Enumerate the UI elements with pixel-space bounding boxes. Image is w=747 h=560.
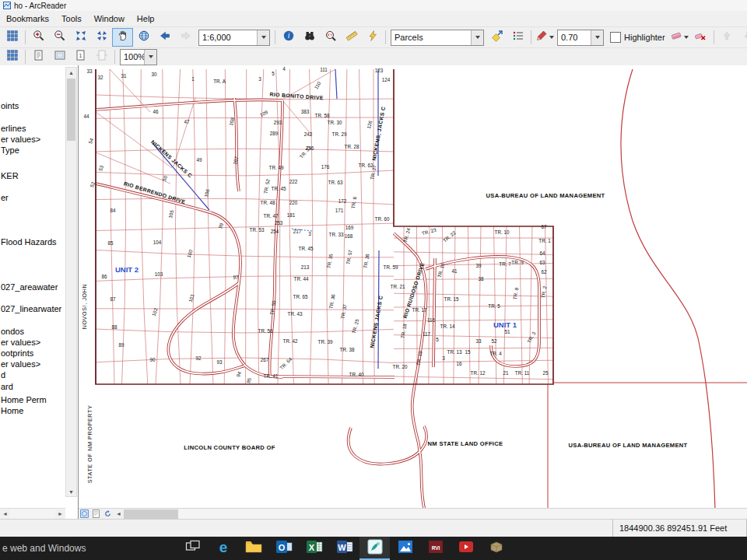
toc-item[interactable]: KER: [1, 171, 19, 180]
map-label: NICKENS JACKS C: [150, 139, 193, 179]
toc-item[interactable]: oints: [1, 101, 19, 110]
toolbar-separator: [385, 30, 386, 44]
markup-layer-combo-dropdown-icon[interactable]: [471, 30, 483, 45]
word-taskbar-button[interactable]: W: [329, 537, 359, 560]
data-view-button[interactable]: [79, 509, 90, 519]
scale-combo[interactable]: 1:6,000: [198, 30, 270, 46]
toc-horizontal-scrollbar[interactable]: ◄ ►: [0, 508, 65, 519]
menu-bookmarks[interactable]: Bookmarks: [0, 12, 55, 25]
full-extent-button[interactable]: [133, 28, 154, 47]
arcreader-taskbar-button[interactable]: [359, 537, 390, 560]
scroll-right-icon[interactable]: ►: [55, 509, 65, 519]
menu-help[interactable]: Help: [131, 12, 161, 25]
scroll-up-icon[interactable]: ▲: [67, 68, 75, 77]
pen-dropdown-icon[interactable]: [549, 36, 554, 39]
find-button[interactable]: [299, 28, 320, 47]
toc-item[interactable]: ootprints: [1, 348, 33, 358]
map-scroll-left-icon[interactable]: ◄: [114, 509, 124, 519]
clear-markup-button[interactable]: [690, 28, 711, 47]
toc-item[interactable]: Home Perm: [1, 395, 47, 404]
map-label: 168: [345, 233, 353, 239]
pen-button[interactable]: [534, 28, 555, 47]
map-label: 33: [475, 338, 482, 344]
road-lines: [96, 98, 539, 511]
fixed-zoom-in-button[interactable]: [70, 28, 91, 47]
layout-view-button[interactable]: [90, 509, 102, 519]
toc-item[interactable]: erlines: [1, 124, 26, 133]
layers-grid-button[interactable]: [2, 28, 23, 47]
page-layout-button[interactable]: [49, 49, 70, 65]
eraser-dropdown-icon[interactable]: [684, 36, 689, 39]
back-extent-button[interactable]: [154, 28, 175, 47]
toc-item[interactable]: Type: [1, 145, 19, 155]
highlighter-checkbox[interactable]: Highlighter: [610, 32, 665, 43]
toc-item[interactable]: er: [1, 193, 9, 202]
package-taskbar-button[interactable]: [481, 537, 511, 560]
photos-taskbar-button[interactable]: [390, 537, 420, 560]
page-text-button[interactable]: [28, 49, 49, 65]
zoom-in-button[interactable]: [28, 28, 49, 47]
scroll-down-icon[interactable]: ▼: [67, 487, 75, 496]
toc-item[interactable]: Home: [1, 406, 23, 415]
toc-item[interactable]: 027_areawater: [1, 282, 58, 292]
video-taskbar-button[interactable]: [451, 537, 481, 560]
pan-button[interactable]: [112, 28, 133, 47]
toc-item[interactable]: ondos: [1, 327, 24, 336]
statusbar: 1844900.36 892451.91 Feet: [0, 519, 747, 537]
zoom-to-layer-button[interactable]: [486, 28, 507, 47]
map-label: TR. A: [213, 79, 226, 84]
zoom-out-button[interactable]: [49, 28, 70, 47]
map-label: 101: [188, 293, 195, 303]
page-toolbar: 1100%: [0, 47, 747, 65]
scroll-left-icon[interactable]: ◄: [0, 509, 10, 519]
taskbar-search-input[interactable]: e web and Windows: [0, 543, 177, 554]
layers-grid-button[interactable]: [2, 49, 23, 65]
edge-taskbar-button[interactable]: e: [208, 537, 238, 560]
toc-item[interactable]: er values>: [1, 135, 40, 144]
file-explorer-icon: [244, 537, 263, 559]
markup-layer-combo[interactable]: Parcels: [391, 30, 484, 46]
menu-tools[interactable]: Tools: [55, 12, 88, 25]
map-canvas[interactable]: 333231301TR. A354111123124110RIO BONITO …: [79, 65, 747, 511]
file-explorer-taskbar-button[interactable]: [238, 537, 268, 560]
locate-xy-button[interactable]: XY: [320, 28, 341, 47]
toc-item[interactable]: Flood Hazards: [1, 237, 57, 247]
page-arrows-button[interactable]: [91, 49, 112, 65]
toc-scroll-thumb[interactable]: [67, 79, 75, 141]
toc-item[interactable]: er values>: [1, 338, 40, 347]
fixed-zoom-out-button[interactable]: [91, 28, 112, 47]
zoom-combo[interactable]: 100%: [120, 49, 157, 65]
measure-button[interactable]: [341, 28, 362, 47]
refresh-view-button[interactable]: [102, 509, 114, 519]
page-one-button[interactable]: 1: [70, 49, 91, 65]
markup-list-button[interactable]: [507, 28, 528, 47]
map-label: UNIT 2: [115, 265, 139, 274]
outlook-taskbar-button[interactable]: O: [268, 537, 299, 560]
menu-window[interactable]: Window: [88, 12, 131, 25]
forward-extent-button[interactable]: [175, 28, 196, 47]
rvi-taskbar-button[interactable]: RVI: [420, 537, 451, 560]
task-view-taskbar-button[interactable]: [177, 537, 208, 560]
zoom-combo-dropdown-icon[interactable]: [144, 50, 156, 65]
identify-button[interactable]: i: [278, 28, 299, 47]
map-label: STATE OF NM PROPERTY: [86, 405, 93, 484]
line-width-combo-dropdown-icon[interactable]: [591, 30, 603, 45]
eraser-button[interactable]: [669, 28, 690, 47]
toc-hscroll-track[interactable]: [10, 509, 55, 519]
scale-combo-dropdown-icon[interactable]: [257, 30, 269, 45]
line-width-combo[interactable]: 0.70: [557, 30, 604, 46]
toc-vertical-scrollbar[interactable]: ▲ ▼: [65, 67, 77, 497]
win-up-button[interactable]: [717, 28, 738, 47]
hyperlink-button[interactable]: [362, 28, 383, 47]
toc-item[interactable]: 027_linearwater: [1, 304, 61, 313]
toc-item[interactable]: ard: [1, 382, 13, 391]
toc-scroll-track[interactable]: [67, 77, 75, 487]
toc-item[interactable]: d: [1, 370, 5, 380]
app-icon: [3, 2, 11, 9]
map-hscroll-track[interactable]: [124, 509, 747, 519]
map-hscroll-thumb[interactable]: [124, 509, 178, 519]
highlighter-checkbox-box[interactable]: [610, 32, 621, 43]
toc-item[interactable]: er values>: [1, 359, 40, 369]
win-down-button[interactable]: [738, 28, 747, 47]
excel-taskbar-button[interactable]: X: [299, 537, 329, 560]
